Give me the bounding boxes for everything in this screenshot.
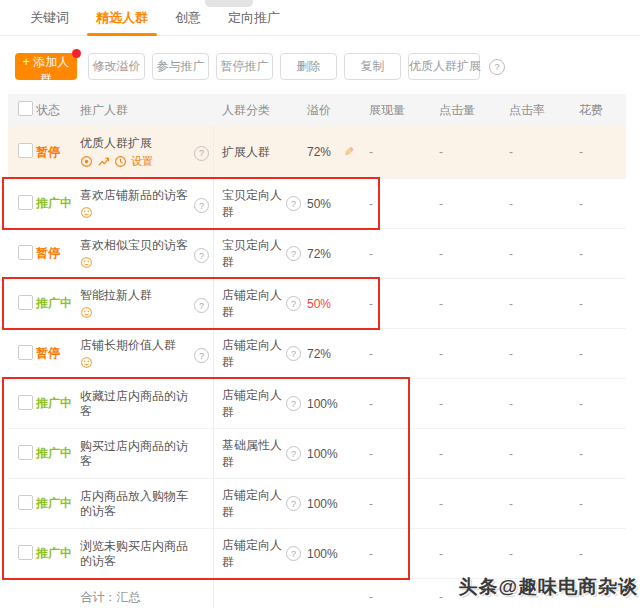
cost-value: -: [573, 497, 625, 511]
table-body: 暂停 优质人群扩展 设置 扩展人群 72% - - - - 推广中 喜欢店铺新品…: [8, 126, 626, 579]
category-label: 宝贝定向人群: [222, 237, 282, 271]
premium-cell: 100%: [301, 547, 363, 561]
row-checkbox[interactable]: [18, 545, 33, 560]
clicks-value: -: [433, 297, 503, 311]
add-audience-label: + 添加人群: [23, 55, 69, 86]
row-checkbox[interactable]: [18, 195, 33, 210]
cost-value: -: [573, 547, 625, 561]
status-badge: 推广中: [36, 546, 72, 560]
category-cell: 店铺定向人群: [213, 337, 301, 371]
watermark: 头条@趣味电商杂谈: [458, 574, 638, 600]
row-checkbox[interactable]: [18, 245, 33, 260]
row-select-cell: [8, 245, 36, 263]
settings-link[interactable]: 设置: [131, 154, 153, 169]
row-checkbox[interactable]: [18, 395, 33, 410]
help-icon[interactable]: ?: [489, 59, 505, 75]
delete-button[interactable]: 删除: [280, 53, 337, 80]
copy-button[interactable]: 复制: [344, 53, 401, 80]
totals-label: 合计：汇总: [8, 589, 213, 606]
status-cell: 暂停: [36, 144, 80, 161]
edit-premium-icon[interactable]: [344, 145, 354, 159]
row-checkbox[interactable]: [18, 295, 33, 310]
tab-targeting[interactable]: 定向推广: [228, 0, 280, 35]
col-header-category: 人群分类: [213, 102, 301, 119]
tab-selected-audience[interactable]: 精选人群: [96, 0, 148, 35]
tab-keywords[interactable]: 关键词: [30, 0, 69, 35]
audience-name: 店铺长期价值人群: [80, 338, 195, 353]
category-label: 店铺定向人群: [222, 387, 282, 421]
smiley-audience-icon[interactable]: [80, 256, 93, 269]
row-checkbox[interactable]: [18, 495, 33, 510]
table-row: 推广中 智能拉新人群 店铺定向人群 50% - - - -: [8, 279, 626, 329]
cost-value: -: [573, 447, 625, 461]
smiley-audience-icon[interactable]: [80, 306, 93, 319]
tab-bar: 关键词精选人群创意定向推广: [0, 0, 640, 36]
audience-info-icon[interactable]: [194, 348, 209, 363]
premium-audience-expand-button[interactable]: 优质人群扩展: [408, 53, 480, 80]
category-cell: 店铺定向人群: [213, 387, 301, 421]
trend-chart-icon[interactable]: [97, 155, 110, 168]
premium-value: 100%: [307, 397, 338, 411]
row-checkbox[interactable]: [18, 345, 33, 360]
table-row: 推广中 购买过店内商品的访客 基础属性人群 100% - - - -: [8, 429, 626, 479]
premium-cell: 50%: [301, 297, 363, 311]
row-select-cell: [8, 345, 36, 363]
cost-value: -: [573, 347, 625, 361]
status-badge: 推广中: [36, 446, 72, 460]
premium-value: 100%: [307, 547, 338, 561]
status-badge: 暂停: [36, 246, 60, 260]
table-row: 推广中 收藏过店内商品的访客 店铺定向人群 100% - - - -: [8, 379, 626, 429]
pause-promotion-button[interactable]: 暂停推广: [216, 53, 273, 80]
category-cell: 扩展人群: [213, 144, 301, 161]
select-all-checkbox[interactable]: [18, 101, 33, 116]
col-header-audience: 推广人群: [80, 102, 213, 119]
status-badge: 暂停: [36, 145, 60, 159]
category-label: 基础属性人群: [222, 437, 282, 471]
audience-name: 收藏过店内商品的访客: [80, 389, 195, 419]
premium-cell: 100%: [301, 447, 363, 461]
category-info-icon[interactable]: [286, 196, 301, 211]
col-header-clicks: 点击量: [433, 102, 503, 119]
audience-info-icon[interactable]: [194, 146, 209, 161]
audience-info-icon[interactable]: [194, 298, 209, 313]
join-promotion-button[interactable]: 参与推广: [152, 53, 209, 80]
category-label: 店铺定向人群: [222, 537, 282, 571]
add-audience-button[interactable]: + 添加人群: [15, 53, 77, 80]
audience-cell: 收藏过店内商品的访客: [80, 389, 213, 419]
modify-premium-button[interactable]: 修改溢价: [88, 53, 145, 80]
audience-cell: 优质人群扩展 设置: [80, 136, 213, 169]
ctr-value: -: [503, 145, 573, 159]
audience-name: 优质人群扩展: [80, 136, 195, 151]
category-info-icon[interactable]: [286, 246, 301, 261]
premium-value: 100%: [307, 497, 338, 511]
category-info-icon[interactable]: [286, 446, 301, 461]
audience-info-icon[interactable]: [194, 248, 209, 263]
smiley-audience-icon[interactable]: [80, 206, 93, 219]
audience-info-icon[interactable]: [194, 198, 209, 213]
audience-scope-icon[interactable]: [80, 155, 93, 168]
cost-value: -: [573, 397, 625, 411]
clicks-value: -: [433, 145, 503, 159]
status-badge: 推广中: [36, 396, 72, 410]
audience-name: 店内商品放入购物车的访客: [80, 489, 195, 519]
clicks-value: -: [433, 547, 503, 561]
category-info-icon[interactable]: [286, 396, 301, 411]
clock-icon[interactable]: [114, 155, 127, 168]
impressions-value: -: [363, 347, 433, 361]
category-info-icon[interactable]: [286, 546, 301, 561]
category-info-icon[interactable]: [286, 346, 301, 361]
audience-quick-actions: [80, 306, 195, 319]
smiley-audience-icon[interactable]: [80, 356, 93, 369]
category-info-icon[interactable]: [286, 496, 301, 511]
row-checkbox[interactable]: [18, 445, 33, 460]
premium-cell: 72%: [301, 145, 363, 159]
tab-creative[interactable]: 创意: [175, 0, 201, 35]
premium-value: 72%: [307, 247, 331, 261]
category-info-icon[interactable]: [286, 296, 301, 311]
status-cell: 推广中: [36, 545, 80, 562]
audience-cell: 智能拉新人群: [80, 288, 213, 319]
row-select-cell: [8, 545, 36, 563]
ctr-value: -: [503, 247, 573, 261]
row-select-cell: [8, 195, 36, 213]
row-checkbox[interactable]: [18, 143, 33, 158]
